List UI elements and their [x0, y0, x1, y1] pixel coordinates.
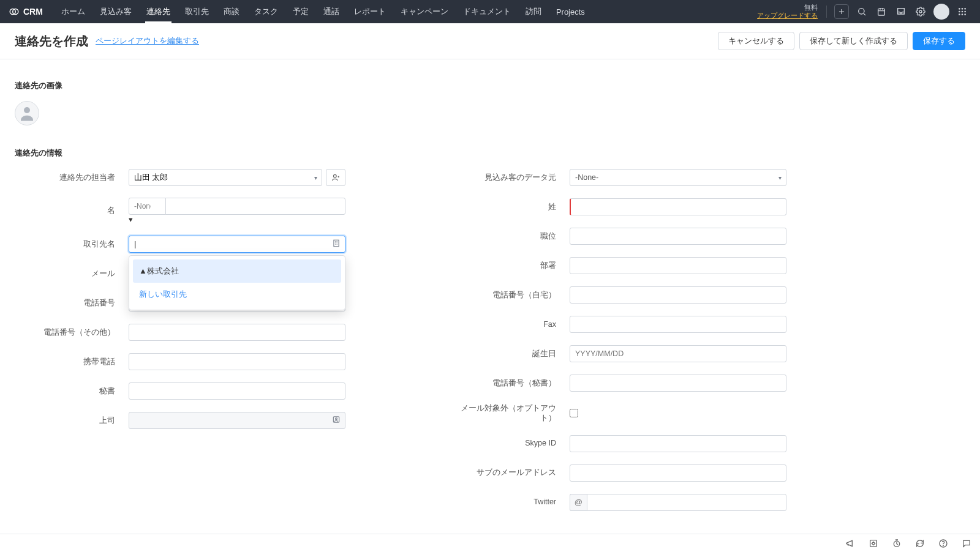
phone-label: 電話番号: [15, 298, 129, 308]
title-input[interactable]: [570, 228, 786, 245]
section-title-image: 連絡先の画像: [15, 80, 965, 91]
nav-tab[interactable]: 商談: [216, 0, 247, 23]
brand-logo-icon: [9, 6, 20, 17]
skype-input[interactable]: [570, 435, 786, 452]
announcement-icon[interactable]: [844, 537, 856, 550]
nav-tabs: ホーム見込み客連絡先取引先商談タスク予定通話レポートキャンペーンドキュメント訪問…: [54, 0, 592, 23]
nav-tab[interactable]: ドキュメント: [456, 0, 518, 23]
svg-rect-19: [870, 540, 877, 546]
person-icon: [18, 104, 36, 122]
opt-out-label: メール対象外（オプトアウト）: [456, 403, 570, 423]
nav-tab[interactable]: 通話: [316, 0, 347, 23]
contact-image-placeholder[interactable]: [15, 101, 39, 125]
brand-name: CRM: [23, 7, 43, 17]
last-name-input[interactable]: [570, 198, 786, 215]
skype-label: Skype ID: [456, 438, 570, 448]
svg-point-15: [334, 174, 337, 177]
nav-divider: [826, 6, 827, 18]
add-icon[interactable]: [834, 4, 849, 19]
svg-point-12: [962, 13, 963, 15]
home-phone-input[interactable]: [570, 286, 786, 304]
reports-to-label: 上司: [15, 416, 129, 425]
save-button[interactable]: 保存する: [913, 32, 965, 50]
assistant-input[interactable]: [129, 382, 345, 400]
nav-tab[interactable]: レポート: [347, 0, 393, 23]
twitter-label: Twitter: [456, 497, 570, 507]
account-label: 取引先名: [15, 239, 129, 249]
svg-rect-3: [878, 9, 885, 15]
first-name-label: 名: [15, 206, 129, 215]
inbox-icon[interactable]: [892, 2, 910, 21]
nav-right: 無料 アップグレードする: [757, 2, 971, 21]
section-title-info: 連絡先の情報: [15, 147, 965, 159]
email-label: メール: [15, 269, 129, 278]
chevron-down-icon: ▾: [129, 215, 133, 224]
svg-point-2: [859, 9, 864, 14]
user-avatar[interactable]: [933, 4, 949, 20]
search-icon[interactable]: [853, 2, 871, 21]
nav-tab[interactable]: 連絡先: [139, 0, 178, 23]
first-name-input[interactable]: [165, 198, 345, 215]
svg-point-7: [964, 8, 966, 10]
upgrade-free-label: 無料: [757, 4, 818, 12]
account-option[interactable]: ▲株式会社: [133, 259, 341, 283]
edit-page-layout-link[interactable]: ページレイアウトを編集する: [96, 35, 199, 47]
upgrade-block: 無料 アップグレードする: [757, 4, 818, 20]
svg-point-9: [962, 11, 963, 13]
owner-lookup-button[interactable]: [326, 169, 345, 186]
nav-tab[interactable]: 取引先: [178, 0, 216, 23]
nav-tab[interactable]: キャンペーン: [393, 0, 456, 23]
twitter-at-prefix: @: [570, 494, 587, 511]
asst-phone-label: 電話番号（秘書）: [456, 378, 570, 388]
page-header: 連絡先を作成 ページレイアウトを編集する キャンセルする 保存して新しく作成する…: [0, 23, 980, 59]
reports-to-input[interactable]: [129, 412, 345, 429]
form-body: 連絡先の画像 連絡先の情報 連絡先の担当者 ▾: [0, 59, 980, 552]
right-column: 見込み客のデータ元 -None- ▾ 姓 職位: [456, 168, 786, 523]
nav-tab[interactable]: Projects: [549, 0, 592, 23]
apps-grid-icon[interactable]: [953, 2, 971, 21]
nav-tab[interactable]: 訪問: [518, 0, 549, 23]
nav-tab[interactable]: 見込み客: [92, 0, 139, 23]
svg-point-6: [962, 8, 963, 10]
twitter-input[interactable]: [587, 494, 786, 511]
other-phone-label: 電話番号（その他）: [15, 327, 129, 337]
account-input[interactable]: [129, 236, 345, 253]
top-nav: CRM ホーム見込み客連絡先取引先商談タスク予定通話レポートキャンペーンドキュメ…: [0, 0, 980, 23]
mobile-input[interactable]: [129, 353, 345, 370]
new-account-link[interactable]: 新しい取引先: [133, 283, 341, 306]
svg-point-14: [24, 107, 30, 113]
department-input[interactable]: [570, 257, 786, 274]
nav-tab[interactable]: タスク: [247, 0, 285, 23]
help-icon[interactable]: [937, 537, 949, 550]
secondary-email-input[interactable]: [570, 464, 786, 482]
nav-tab[interactable]: 予定: [285, 0, 316, 23]
cancel-button[interactable]: キャンセルする: [718, 32, 794, 50]
other-phone-input[interactable]: [129, 324, 345, 341]
nav-tab[interactable]: ホーム: [54, 0, 92, 23]
home-phone-label: 電話番号（自宅）: [456, 290, 570, 300]
settings-icon[interactable]: [911, 2, 930, 21]
activity-icon[interactable]: [867, 537, 880, 550]
timer-icon[interactable]: [891, 537, 903, 550]
svg-point-10: [964, 11, 966, 13]
upgrade-link[interactable]: アップグレードする: [757, 12, 818, 20]
brand[interactable]: CRM: [9, 6, 43, 17]
lead-source-select[interactable]: -None-: [570, 169, 786, 186]
svg-point-8: [959, 11, 960, 13]
bottom-ribbon: [0, 534, 980, 552]
calendar-icon[interactable]: [872, 2, 891, 21]
user-lookup-icon: [331, 173, 340, 182]
dob-input[interactable]: [570, 345, 786, 362]
last-name-label: 姓: [456, 202, 570, 212]
refresh-icon[interactable]: [914, 537, 926, 550]
mobile-label: 携帯電話: [15, 357, 129, 367]
asst-phone-input[interactable]: [570, 375, 786, 392]
secondary-email-label: サブのメールアドレス: [456, 468, 570, 477]
fax-input[interactable]: [570, 316, 786, 333]
opt-out-checkbox[interactable]: [570, 409, 578, 417]
chat-icon[interactable]: [960, 537, 973, 550]
svg-point-4: [919, 10, 922, 13]
salutation-select[interactable]: -None-: [129, 198, 166, 215]
save-and-new-button[interactable]: 保存して新しく作成する: [799, 32, 908, 50]
owner-input[interactable]: [129, 169, 322, 186]
